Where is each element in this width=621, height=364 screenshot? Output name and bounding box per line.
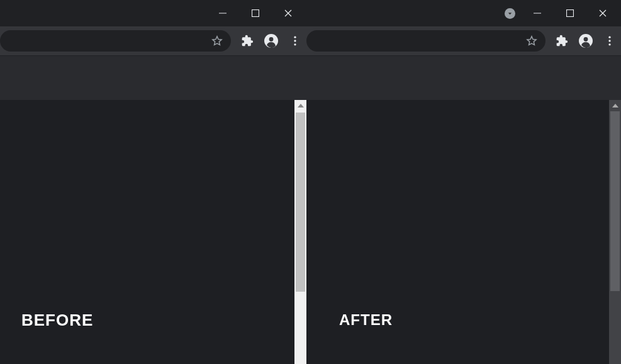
window-maximize-button[interactable] <box>241 3 270 23</box>
bookmark-star-icon[interactable] <box>524 33 539 48</box>
after-label: AFTER <box>339 311 393 329</box>
menu-kebab-icon[interactable] <box>602 33 617 48</box>
bookmark-bar-left <box>0 56 306 100</box>
scroll-up-arrow-icon[interactable] <box>294 100 306 111</box>
svg-point-8 <box>294 43 296 45</box>
titlebar-right <box>306 0 621 26</box>
toolbar-right <box>306 26 621 56</box>
svg-point-15 <box>608 36 610 38</box>
content-area-right: AFTER <box>306 100 621 364</box>
content-area-left: BEFORE <box>0 100 306 364</box>
window-close-button[interactable] <box>588 3 617 23</box>
svg-rect-1 <box>252 10 259 17</box>
page-right: AFTER <box>306 100 609 364</box>
menu-kebab-icon[interactable] <box>288 33 303 48</box>
browser-window-left: BEFORE <box>0 0 306 364</box>
scroll-thumb-left[interactable] <box>296 113 305 292</box>
extensions-icon[interactable] <box>240 33 255 48</box>
svg-rect-10 <box>567 10 574 17</box>
scroll-up-arrow-icon[interactable] <box>609 100 621 111</box>
before-label: BEFORE <box>21 311 93 330</box>
svg-rect-0 <box>219 13 227 14</box>
extensions-icon[interactable] <box>554 33 569 48</box>
window-minimize-button[interactable] <box>523 3 552 23</box>
dropdown-triangle-icon[interactable] <box>505 8 515 19</box>
window-close-button[interactable] <box>274 3 303 23</box>
window-minimize-button[interactable] <box>208 3 237 23</box>
bookmark-star-icon[interactable] <box>210 33 225 48</box>
bookmark-bar-right <box>306 56 621 100</box>
svg-rect-9 <box>534 13 541 14</box>
scrollbar-right[interactable] <box>609 100 621 364</box>
svg-point-14 <box>584 37 588 41</box>
svg-point-16 <box>608 40 610 41</box>
toolbar-icons-right <box>545 33 617 48</box>
svg-point-6 <box>294 36 296 38</box>
toolbar-left <box>0 26 306 56</box>
svg-point-5 <box>269 37 274 41</box>
page-left: BEFORE <box>0 100 294 364</box>
titlebar-left <box>0 0 306 26</box>
toolbar-icons-left <box>231 33 303 48</box>
svg-point-7 <box>294 40 296 41</box>
window-maximize-button[interactable] <box>556 3 585 23</box>
address-bar-right[interactable] <box>306 30 545 52</box>
scrollbar-left[interactable] <box>294 100 306 364</box>
browser-window-right: AFTER <box>306 0 621 364</box>
svg-point-17 <box>608 43 610 45</box>
scroll-thumb-right[interactable] <box>610 111 620 291</box>
address-bar-left[interactable] <box>0 30 231 52</box>
profile-avatar-icon[interactable] <box>578 33 593 48</box>
profile-avatar-icon[interactable] <box>264 33 279 48</box>
